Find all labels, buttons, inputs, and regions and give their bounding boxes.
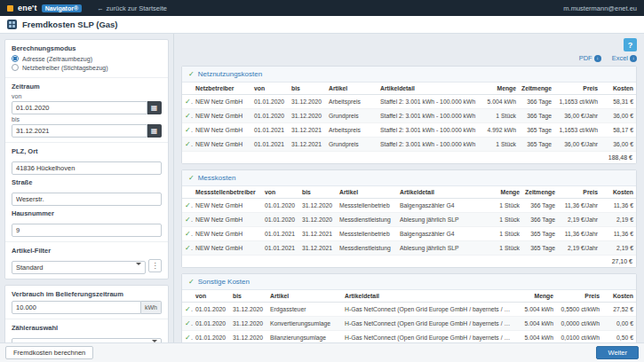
table-row: ✓NEW Netz GmbH01.01.202031.12.2020Messdi… (182, 213, 636, 227)
calendar-icon[interactable]: ▦ (147, 124, 162, 138)
section-check-icon: ✓ (188, 278, 195, 286)
cell-messstellenbetreiber: NEW Netz GmbH (193, 241, 262, 256)
cell-messstellenbetreiber: NEW Netz GmbH (193, 213, 262, 227)
column-header-artikeldetail: Artikeldetail (378, 83, 483, 95)
artikel-filter-label: Artikel-Filter (12, 247, 162, 255)
row-check-icon: ✓ (185, 216, 193, 224)
plz-ort-input[interactable] (12, 161, 162, 175)
table-row: ✓01.01.202031.12.2020Konvertierungsumlag… (182, 317, 636, 331)
check-column-header (182, 290, 193, 303)
verbrauch-input[interactable] (12, 301, 141, 314)
cell-kosten: 36,00 € (600, 109, 636, 123)
sidebar: Berechnungsmodus Adresse (Zeitraumbezug)… (0, 34, 174, 342)
cell-kosten: 11,36 € (600, 227, 636, 241)
pdf-link-label: PDF (579, 54, 592, 62)
radio-adresse-input[interactable] (12, 55, 19, 62)
group-zeitraum: Zeitraum von ▦ bis ▦ (5, 78, 168, 143)
column-header-artikeldetail: Artikeldetail (397, 186, 487, 199)
cell-menge: 1 Stück (487, 241, 522, 256)
column-header-von: von (193, 290, 230, 303)
section-sonstige-kosten: ✓ Sonstige Kosten vonbisArtikelArtikelde… (181, 273, 637, 342)
column-header-artikel: Artikel (337, 186, 397, 199)
cell-preis: 11,36 €/Jahr (558, 199, 600, 213)
cell-artikel: Grundpreis (326, 138, 378, 152)
cell-bis: 31.12.2020 (230, 303, 267, 317)
row-check-icon: ✓ (185, 201, 193, 209)
radio-netzbetreiber-input[interactable] (12, 64, 19, 71)
weiter-button[interactable]: Weiter (596, 346, 639, 359)
help-button[interactable]: ? (624, 38, 637, 51)
table-row: ✓NEW Netz GmbH01.01.202131.12.2021Grundp… (182, 138, 636, 152)
cell-bis: 31.12.2021 (289, 138, 326, 152)
hausnummer-input[interactable] (12, 224, 162, 237)
cell-artikeldetail: Staffel 2: 3.001 kWh - 100.000 kWh (378, 138, 483, 152)
cell-artikel: Konvertierungsumlage (267, 317, 342, 331)
von-label: von (12, 93, 162, 99)
sonstige-kosten-header[interactable]: ✓ Sonstige Kosten (182, 274, 636, 290)
cell-kosten: 2,19 € (600, 241, 636, 256)
cell-von: 01.01.2021 (251, 138, 289, 152)
strasse-label: Straße (12, 178, 162, 186)
table-row: ✓NEW Netz GmbH01.01.202131.12.2021Messst… (182, 227, 636, 241)
cell-artikel: Grundpreis (326, 109, 378, 123)
calendar-icon[interactable]: ▦ (147, 101, 162, 114)
cell-bis: 31.12.2021 (299, 227, 337, 241)
date-von-input[interactable] (12, 101, 147, 114)
row-check-icon: ✓ (185, 98, 193, 106)
verbrauch-label: Verbrauch im Belieferungszeitraum (12, 290, 162, 298)
radio-adresse[interactable]: Adresse (Zeitraumbezug) (12, 55, 162, 62)
row-check-icon: ✓ (185, 305, 193, 313)
netznutzungskosten-header[interactable]: ✓ Netznutzungskosten (182, 67, 636, 83)
date-bis-input[interactable] (12, 124, 147, 138)
column-header-artikel: Artikel (267, 290, 342, 303)
cell-kosten: 0,50 € (602, 331, 636, 343)
filter-menu-dots-icon[interactable]: ⋮ (148, 259, 162, 272)
back-to-start-link[interactable]: ← zurück zur Startseite (97, 4, 167, 12)
cell-kosten: 2,19 € (600, 213, 636, 227)
logo-badge: Navigator® (42, 4, 82, 12)
cell-menge: 4.992 kWh (483, 123, 519, 138)
group-verbrauch: Verbrauch im Belieferungszeitraum kWh (5, 286, 168, 319)
excel-export-link[interactable]: Excel ↓ (612, 54, 637, 62)
cell-preis: 36,00 €/Jahr (554, 109, 600, 123)
strasse-input[interactable] (12, 193, 162, 206)
messkosten-header[interactable]: ✓ Messkosten (182, 170, 636, 186)
cell-von: 01.01.2021 (251, 123, 289, 138)
cell-menge: 1 Stück (487, 227, 522, 241)
sidebar-card-parameters: Berechnungsmodus Adresse (Zeitraumbezug)… (4, 39, 169, 279)
section-messkosten: ✓ Messkosten MessstellenbetreibervonbisA… (181, 169, 637, 268)
cell-menge: 5.004 kWh (517, 331, 556, 343)
cell-netzbetreiber: NEW Netz GmbH (193, 123, 251, 138)
cell-bis: 31.12.2021 (289, 123, 326, 138)
cell-menge: 1 Stück (487, 199, 522, 213)
excel-export-icon: ↓ (630, 55, 637, 62)
group-artikel-filter: Artikel-Filter Standard ⋮ (5, 242, 168, 279)
row-check-icon: ✓ (185, 244, 193, 252)
pdf-export-icon: ↓ (594, 55, 601, 62)
cell-preis: 0,0000 ct/kWh (556, 317, 602, 331)
table-row: ✓01.01.202031.12.2020ErdgassteuerH-Gas N… (182, 303, 636, 317)
cell-bis: 31.12.2020 (299, 213, 337, 227)
group-zaehlerauswahl: Zählerauswahl G4 (5, 319, 168, 342)
cell-bis: 31.12.2020 (230, 317, 267, 331)
cell-artikel: Messdienstleistung (337, 241, 397, 256)
cell-von: 01.01.2020 (193, 303, 230, 317)
cell-artikeldetail: Staffel 2: 3.001 kWh - 100.000 kWh (378, 123, 483, 138)
radio-netzbetreiber[interactable]: Netzbetreiber (Stichtagsbezug) (12, 64, 162, 71)
plz-ort-label: PLZ, Ort (12, 147, 162, 155)
cell-netzbetreiber: NEW Netz GmbH (193, 138, 251, 152)
fremdkosten-berechnen-button[interactable]: Fremdkosten berechnen (5, 346, 93, 359)
cell-artikeldetail: Staffel 2: 3.001 kWh - 100.000 kWh (378, 109, 483, 123)
sonstige-kosten-table: vonbisArtikelArtikeldetailMengePreisKost… (182, 290, 636, 342)
column-header-preis: Preis (554, 83, 600, 95)
zaehlerauswahl-select[interactable]: G4 (12, 338, 162, 342)
artikel-filter-select[interactable]: Standard (12, 261, 146, 274)
user-email[interactable]: m.mustermann@enet.eu (563, 4, 637, 12)
cell-bis: 31.12.2020 (289, 109, 326, 123)
app-icon (7, 20, 17, 29)
cell-messstellenbetreiber: NEW Netz GmbH (193, 227, 262, 241)
pdf-export-link[interactable]: PDF ↓ (579, 54, 601, 62)
table-row: ✓NEW Netz GmbH01.01.202131.12.2021Arbeit… (182, 123, 636, 138)
cell-artikeldetail: H-Gas NetConnect (Open Grid Europe GmbH … (342, 303, 517, 317)
section-total: 188,48 € (182, 152, 636, 164)
